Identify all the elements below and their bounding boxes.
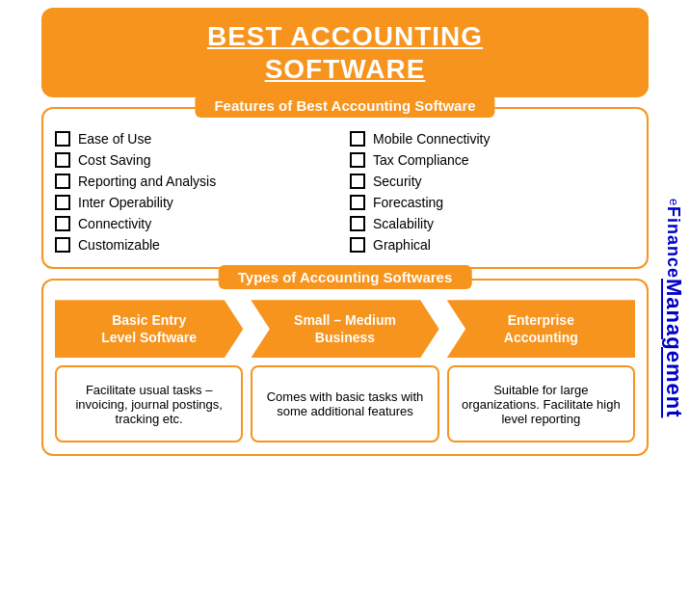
checkbox-icon: [350, 237, 365, 253]
types-label: Types of Accounting Softwares: [219, 265, 472, 289]
checkbox-icon: [350, 216, 365, 231]
checkbox-icon: [350, 174, 365, 189]
feature-item-scalability: Scalability: [350, 213, 635, 234]
feature-label: Graphical: [373, 237, 431, 253]
title-box: BEST ACCOUNTINGSOFTWARE: [41, 8, 649, 97]
watermark-management: Management: [663, 279, 684, 417]
main-container: BEST ACCOUNTINGSOFTWARE Features of Best…: [0, 0, 690, 616]
types-header-row: Basic EntryLevel Software Small – Medium…: [55, 300, 635, 358]
checkbox-icon: [55, 131, 70, 147]
watermark-e: e: [668, 199, 680, 206]
feature-label: Mobile Connectivity: [373, 131, 490, 147]
checkbox-icon: [55, 216, 70, 231]
features-label: Features of Best Accounting Software: [195, 94, 494, 118]
feature-item-inter-operability: Inter Operability: [55, 192, 340, 213]
type-small-medium-desc: Comes with basic tasks with some additio…: [251, 365, 438, 442]
type-basic-entry: Basic EntryLevel Software: [55, 300, 243, 358]
type-enterprise-desc-text: Suitable for large organizations. Facili…: [457, 383, 625, 426]
feature-item-cost-saving: Cost Saving: [55, 149, 340, 171]
feature-item-security: Security: [350, 171, 635, 192]
type-basic-desc-text: Facilitate usual tasks – invoicing, jour…: [65, 383, 233, 426]
feature-label: Ease of Use: [78, 131, 151, 147]
main-title: BEST ACCOUNTINGSOFTWARE: [64, 20, 626, 85]
feature-item-connectivity: Connectivity: [55, 213, 340, 234]
checkbox-icon: [55, 237, 70, 253]
watermark-finance: Finance: [665, 206, 682, 279]
watermark-container: e Finance Management: [659, 10, 688, 606]
checkbox-icon: [55, 195, 70, 210]
type-small-medium-desc-text: Comes with basic tasks with some additio…: [260, 389, 429, 418]
type-small-medium-label: Small – MediumBusiness: [294, 311, 396, 346]
checkbox-icon: [350, 195, 365, 210]
types-section: Types of Accounting Softwares Basic Entr…: [41, 279, 649, 456]
type-enterprise: EnterpriseAccounting: [447, 300, 635, 358]
feature-item-mobile-connectivity: Mobile Connectivity: [350, 128, 635, 149]
feature-item-reporting: Reporting and Analysis: [55, 171, 340, 192]
feature-item-ease-of-use: Ease of Use: [55, 128, 340, 149]
feature-item-customizable: Customizable: [55, 234, 340, 255]
feature-label: Forecasting: [373, 195, 443, 210]
type-basic-entry-label: Basic EntryLevel Software: [101, 311, 197, 346]
feature-label: Security: [373, 174, 422, 189]
feature-label: Scalability: [373, 216, 434, 231]
feature-label: Tax Compliance: [373, 152, 469, 168]
features-grid: Ease of Use Cost Saving Reporting and An…: [55, 128, 635, 255]
features-section: Features of Best Accounting Software Eas…: [41, 107, 649, 269]
feature-label: Connectivity: [78, 216, 151, 231]
feature-label: Cost Saving: [78, 152, 150, 168]
type-small-medium: Small – MediumBusiness: [251, 300, 438, 358]
feature-item-graphical: Graphical: [350, 234, 635, 255]
features-col2: Mobile Connectivity Tax Compliance Secur…: [350, 128, 635, 255]
checkbox-icon: [55, 152, 70, 168]
type-enterprise-desc: Suitable for large organizations. Facili…: [447, 365, 635, 442]
feature-item-forecasting: Forecasting: [350, 192, 635, 213]
type-enterprise-label: EnterpriseAccounting: [504, 311, 578, 346]
feature-label: Reporting and Analysis: [78, 174, 216, 189]
checkbox-icon: [350, 152, 365, 168]
type-basic-desc: Facilitate usual tasks – invoicing, jour…: [55, 365, 243, 442]
feature-item-tax-compliance: Tax Compliance: [350, 149, 635, 171]
feature-label: Inter Operability: [78, 195, 173, 210]
type-descriptions: Facilitate usual tasks – invoicing, jour…: [55, 365, 635, 442]
checkbox-icon: [55, 174, 70, 189]
feature-label: Customizable: [78, 237, 160, 253]
features-col1: Ease of Use Cost Saving Reporting and An…: [55, 128, 340, 255]
checkbox-icon: [350, 131, 365, 147]
